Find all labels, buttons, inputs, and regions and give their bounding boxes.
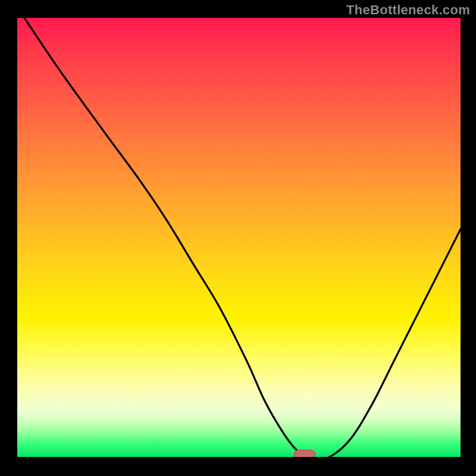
bottleneck-curve: [15, 18, 461, 458]
chart-frame: TheBottleneck.com: [0, 0, 476, 476]
plot-area: [15, 18, 461, 458]
watermark-text: TheBottleneck.com: [346, 2, 470, 18]
y-axis-line: [14, 18, 17, 461]
x-axis-line: [15, 457, 461, 461]
